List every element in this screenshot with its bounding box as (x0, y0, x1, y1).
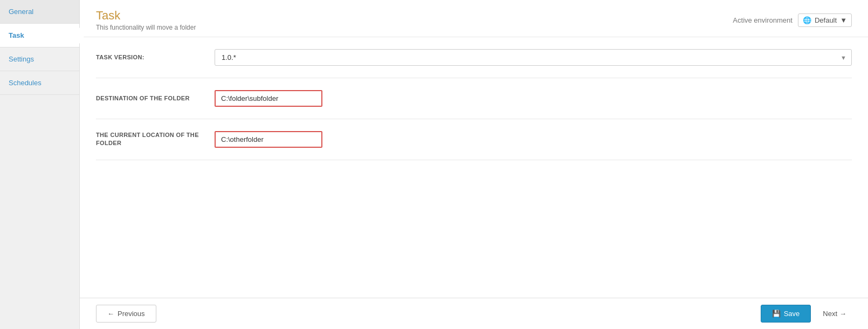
sidebar-item-label: Settings (9, 55, 34, 63)
globe-icon: 🌐 (803, 16, 811, 24)
sidebar-item-label: Task (9, 31, 24, 39)
task-version-label: TASK VERSION: (96, 53, 215, 61)
main-content: Task This functionality will move a fold… (80, 0, 868, 329)
sidebar: General Task Settings Schedules (0, 0, 80, 329)
current-location-input[interactable] (215, 131, 322, 148)
page-header: Task This functionality will move a fold… (80, 0, 868, 37)
footer: ← Previous 💾 Save Next → (80, 298, 868, 329)
next-arrow-icon: → (839, 310, 846, 318)
sidebar-item-general[interactable]: General (0, 0, 79, 24)
destination-control (215, 90, 852, 107)
save-label: Save (784, 310, 800, 318)
header-left: Task This functionality will move a fold… (96, 9, 196, 31)
destination-input[interactable] (215, 90, 322, 107)
current-location-label: THE CURRENT LOCATION OF THE FOLDER (96, 131, 215, 148)
task-version-control: 1.0.* 2.0.* 3.0.* ▼ (215, 49, 852, 66)
destination-label: DESTINATION OF THE FOLDER (96, 94, 215, 102)
destination-row: DESTINATION OF THE FOLDER (96, 78, 852, 119)
task-version-row: TASK VERSION: 1.0.* 2.0.* 3.0.* ▼ (96, 37, 852, 78)
sidebar-item-schedules[interactable]: Schedules (0, 71, 79, 95)
sidebar-item-task[interactable]: Task (0, 24, 79, 47)
active-env-label: Active environment (733, 16, 793, 24)
dropdown-arrow-icon: ▼ (840, 16, 847, 24)
previous-label: Previous (118, 310, 145, 318)
current-location-row: THE CURRENT LOCATION OF THE FOLDER (96, 119, 852, 160)
next-button[interactable]: Next → (817, 305, 852, 322)
save-button[interactable]: 💾 Save (761, 305, 811, 323)
current-location-control (215, 131, 852, 148)
sidebar-item-label: General (9, 8, 33, 16)
header-right: Active environment 🌐 Default ▼ (733, 13, 852, 27)
form-area: TASK VERSION: 1.0.* 2.0.* 3.0.* ▼ DESTIN… (80, 37, 868, 298)
previous-button[interactable]: ← Previous (96, 305, 156, 323)
task-version-select[interactable]: 1.0.* 2.0.* 3.0.* (215, 49, 852, 66)
env-name: Default (815, 16, 837, 24)
page-title: Task (96, 9, 196, 23)
sidebar-item-settings[interactable]: Settings (0, 47, 79, 71)
environment-dropdown[interactable]: 🌐 Default ▼ (798, 13, 852, 27)
footer-right: 💾 Save Next → (761, 305, 852, 323)
next-label: Next (823, 310, 837, 318)
page-subtitle: This functionality will move a folder (96, 24, 196, 31)
save-icon: 💾 (772, 310, 781, 318)
prev-arrow-icon: ← (107, 310, 114, 318)
sidebar-item-label: Schedules (9, 79, 42, 87)
